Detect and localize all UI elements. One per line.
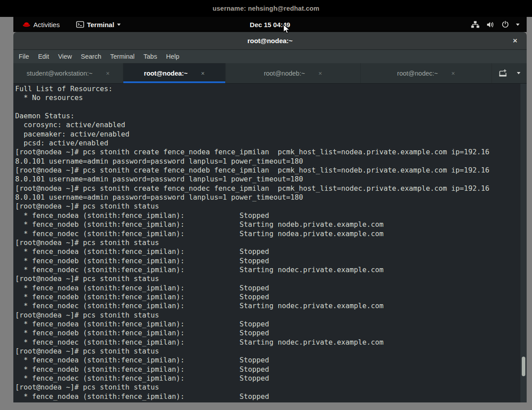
new-tab-icon[interactable] [498,68,508,78]
tab-bar: student@workstation:~ × root@nodea:~ × r… [13,63,527,84]
tab-close-icon[interactable]: × [106,70,110,77]
activities-label: Activities [33,21,60,28]
tab-label: root@nodeb:~ [264,70,305,77]
window-title: root@nodea:~ [248,37,293,44]
menu-help[interactable]: Help [162,50,184,63]
tab-bar-actions [492,63,527,83]
gnome-top-bar: Activities Terminal Dec 15 04:49 [13,17,527,32]
session-username-text: username: nehsingh@redhat.com [213,5,320,12]
terminal-scrollbar[interactable] [520,84,527,402]
tab-root-nodea[interactable]: root@nodea:~ × [123,63,226,83]
chevron-down-icon [516,24,520,26]
top-bar-left: Activities Terminal [13,20,123,29]
menu-terminal[interactable]: Terminal [106,50,139,63]
app-menu-button[interactable]: Terminal [73,20,123,29]
tab-student-workstation[interactable]: student@workstation:~ × [13,63,123,83]
app-menu-label: Terminal [87,21,114,28]
tab-close-icon[interactable]: × [451,70,455,77]
tab-label: root@nodea:~ [144,70,187,77]
mouse-cursor [283,24,290,36]
tab-label: root@nodec:~ [397,70,438,77]
activities-button[interactable]: Activities [20,20,62,29]
scrollbar-thumb[interactable] [522,357,525,376]
power-icon [502,21,509,28]
tab-root-nodeb[interactable]: root@nodeb:~ × [226,63,361,83]
menu-bar: File Edit View Search Terminal Tabs Help [13,50,527,63]
terminal-text: Full List of Resources: * No resources D… [13,84,527,401]
redhat-logo-icon [22,21,31,28]
tab-close-icon[interactable]: × [318,70,322,77]
menu-view[interactable]: View [53,50,76,63]
network-wired-icon [471,21,479,28]
menu-tabs[interactable]: Tabs [139,50,162,63]
active-tab-indicator [123,81,225,83]
session-banner: username: nehsingh@redhat.com [0,0,532,17]
window-close-button[interactable]: × [509,32,521,50]
tab-root-nodec[interactable]: root@nodec:~ × [361,63,492,83]
window-titlebar[interactable]: root@nodea:~ × [13,32,527,50]
tab-label: student@workstation:~ [27,70,93,77]
volume-icon [487,21,495,28]
tab-close-icon[interactable]: × [201,70,205,77]
menu-search[interactable]: Search [77,50,106,63]
menu-file[interactable]: File [14,50,33,63]
terminal-window: root@nodea:~ × File Edit View Search Ter… [13,32,527,402]
terminal-screen[interactable]: Full List of Resources: * No resources D… [13,84,527,402]
chevron-down-icon[interactable] [517,72,520,74]
terminal-app-icon [76,21,84,28]
desktop-screen: Activities Terminal Dec 15 04:49 [13,17,527,402]
chevron-down-icon [117,24,121,26]
menu-edit[interactable]: Edit [33,50,53,63]
system-status-area[interactable] [471,21,527,28]
